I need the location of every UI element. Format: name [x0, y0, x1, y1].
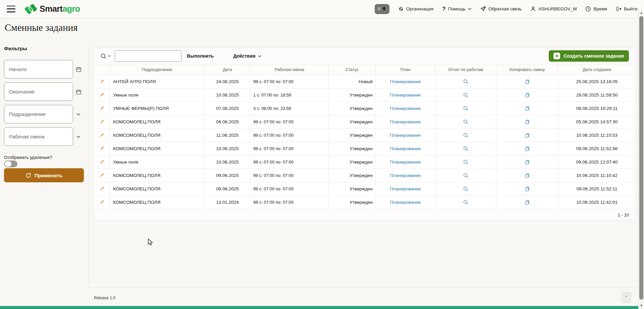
edit-pencil-icon[interactable] — [99, 186, 104, 192]
report-search-icon[interactable] — [463, 186, 469, 192]
date-cell: 10.08.2025 — [205, 88, 251, 102]
apply-button[interactable]: Применить — [4, 168, 84, 182]
shift-cell: 3 с: 08:00 по: 23:59 — [251, 102, 329, 115]
report-search-icon[interactable] — [463, 92, 469, 98]
edit-pencil-icon[interactable] — [99, 173, 104, 178]
edit-pencil-icon[interactable] — [99, 160, 104, 165]
division-select[interactable] — [4, 105, 73, 123]
report-search-icon[interactable] — [463, 79, 469, 84]
show-deleted-toggle[interactable] — [4, 161, 17, 167]
status-cell: Утвержден — [329, 169, 376, 182]
copy-shift-icon[interactable] — [525, 106, 530, 111]
start-date-input[interactable] — [4, 60, 73, 78]
report-search-icon[interactable] — [463, 199, 469, 205]
logo-text: Smartagro — [40, 4, 80, 14]
question-icon: ? — [442, 6, 445, 12]
page-scrollbar[interactable]: ▲ ▼ — [638, 9, 644, 309]
shift-cell: 99 с: 07:00 по: 07:00 — [251, 75, 329, 88]
edit-pencil-icon[interactable] — [99, 92, 104, 98]
created-cell: 10.06.2025 11:10:42 — [558, 169, 636, 182]
chevron-down-icon[interactable] — [75, 133, 82, 140]
shift-cell: 99 с: 07:00 по: 07:00 — [251, 115, 329, 128]
copy-shift-icon[interactable] — [525, 160, 530, 165]
report-search-icon[interactable] — [463, 159, 469, 165]
filter-division — [4, 105, 73, 123]
execute-button[interactable]: Выполнить — [187, 53, 214, 59]
date-cell: 08.06.2025 — [205, 182, 251, 195]
scrollbar-up-arrow[interactable]: ▲ — [640, 11, 643, 14]
table-row: КОМСОМОЛЕЦ ПОЛЯ 08.06.2025 99 с: 07:00 п… — [94, 182, 636, 195]
planning-link[interactable]: Планирование — [390, 133, 421, 138]
end-date-input[interactable] — [4, 82, 73, 101]
calendar-icon[interactable] — [75, 88, 82, 95]
nav-time[interactable]: Время — [585, 6, 607, 12]
copy-shift-icon[interactable] — [525, 186, 530, 192]
report-search-icon[interactable] — [463, 146, 469, 151]
plus-icon: + — [553, 53, 560, 59]
create-shift-task-button[interactable]: + Создать сменное задание — [549, 50, 629, 62]
planning-link[interactable]: Планирование — [390, 173, 421, 178]
copy-shift-icon[interactable] — [525, 133, 530, 138]
show-deleted-label: Отображать удаленые? — [4, 155, 52, 160]
table-header-row: Подразделение Дата Рабочая смена Статус … — [94, 64, 636, 75]
report-search-icon[interactable] — [463, 106, 469, 111]
copy-shift-icon[interactable] — [525, 173, 530, 178]
status-cell: Утвержден — [329, 182, 376, 195]
report-search-icon[interactable] — [463, 132, 469, 138]
created-cell: 09.06.2025 12:07:40 — [558, 156, 636, 169]
planning-link[interactable]: Планирование — [390, 79, 421, 84]
search-input[interactable] — [115, 50, 181, 62]
release-label: Release 1.0 — [94, 296, 115, 300]
copy-shift-icon[interactable] — [525, 119, 530, 125]
scrollbar-thumb[interactable] — [639, 16, 643, 300]
planning-link[interactable]: Планирование — [390, 186, 421, 191]
calendar-icon[interactable] — [75, 66, 82, 73]
edit-pencil-icon[interactable] — [99, 133, 104, 138]
table-body: АНТЕЙ АГРО ПОЛЯ 24.08.2025 99 с: 07:00 п… — [94, 75, 636, 209]
status-cell: Утвержден — [329, 88, 376, 102]
sync-icon — [398, 6, 404, 12]
col-report: Отчет по работам — [435, 64, 496, 75]
copy-shift-icon[interactable] — [525, 146, 530, 151]
actions-menu-button[interactable]: Действия — [233, 53, 261, 59]
logo[interactable]: Smartagro — [25, 3, 80, 15]
search-options-button[interactable] — [100, 53, 111, 59]
scrollbar-down-arrow[interactable]: ▼ — [640, 304, 643, 307]
created-cell: 25.08.2025 13:16:05 — [558, 75, 636, 88]
planning-link[interactable]: Планирование — [390, 119, 421, 124]
planning-link[interactable]: Планирование — [390, 106, 421, 111]
planning-link[interactable]: Планирование — [390, 200, 421, 205]
copy-shift-icon[interactable] — [525, 79, 530, 84]
clock-icon — [585, 6, 591, 12]
chevron-down-icon[interactable] — [75, 111, 82, 118]
nav-logout[interactable]: Выйти — [616, 6, 637, 12]
report-search-icon[interactable] — [463, 173, 469, 178]
work-shift-select[interactable] — [4, 127, 73, 146]
nav-user[interactable]: ASHURBEGOV_M — [530, 6, 577, 12]
nav-help[interactable]: ? Помощь — [442, 6, 472, 12]
planning-link[interactable]: Планирование — [390, 92, 421, 98]
bottom-accent-bar — [0, 306, 638, 309]
edit-pencil-icon[interactable] — [99, 146, 104, 151]
created-cell: 08.08.2025 10:29:11 — [558, 102, 636, 115]
shift-cell: 99 с: 07:00 по: 07:00 — [251, 196, 329, 209]
copy-shift-icon[interactable] — [525, 92, 530, 98]
report-search-icon[interactable] — [463, 119, 469, 125]
created-cell: 09.06.2025 11:52:56 — [558, 142, 636, 155]
copy-shift-icon[interactable] — [525, 200, 530, 205]
notifications-button[interactable]: 0 — [375, 4, 389, 14]
planning-link[interactable]: Планирование — [390, 146, 421, 151]
edit-pencil-icon[interactable] — [99, 106, 104, 111]
nav-feedback[interactable]: Обратная связь — [480, 6, 522, 12]
edit-pencil-icon[interactable] — [99, 79, 104, 84]
division-cell: КОМСОМОЛЕЦ ПОЛЯ — [110, 169, 205, 182]
top-header: Smartagro 0 Организация ? Помощь Обратна… — [0, 0, 644, 18]
filter-start-date — [4, 60, 73, 78]
nav-organization[interactable]: Организация — [398, 6, 433, 12]
edit-pencil-icon[interactable] — [99, 200, 104, 205]
menu-icon[interactable] — [7, 6, 15, 12]
logo-mark-icon — [25, 3, 37, 15]
scroll-to-top-button[interactable]: ⌃ — [621, 292, 631, 303]
edit-pencil-icon[interactable] — [99, 119, 104, 125]
planning-link[interactable]: Планирование — [390, 160, 421, 165]
